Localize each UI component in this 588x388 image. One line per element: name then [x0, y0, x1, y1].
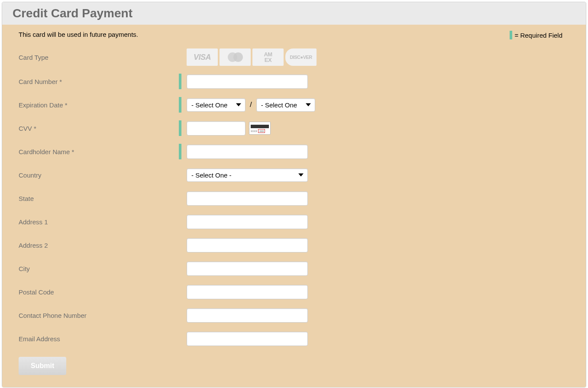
visa-icon: VISA: [187, 48, 218, 66]
label-expiration-date: Expiration Date *: [19, 101, 179, 109]
city-input[interactable]: [187, 262, 308, 276]
row-address2: Address 2: [19, 237, 575, 253]
amex-icon: AMEX: [252, 48, 284, 66]
row-expiration-date: Expiration Date * - Select One / - Selec…: [19, 97, 575, 113]
label-email: Email Address: [19, 335, 179, 343]
cardholder-name-input[interactable]: [187, 145, 308, 159]
label-contact-phone: Contact Phone Number: [19, 312, 179, 319]
required-legend-text: = Required Field: [515, 32, 562, 39]
discover-icon: DISC●VER: [285, 48, 317, 66]
row-city: City: [19, 261, 575, 276]
label-address1: Address 1: [19, 218, 179, 226]
row-address1: Address 1: [19, 214, 575, 230]
required-legend: = Required Field: [510, 31, 562, 39]
contact-phone-input[interactable]: [187, 308, 308, 323]
intro-text: This card will be used in future payment…: [19, 31, 138, 38]
row-email: Email Address: [19, 331, 575, 346]
exp-year-wrap: - Select One: [256, 98, 315, 112]
cvv-hint-icon: XXXX XXX: [249, 122, 271, 135]
form: Card Type VISA AMEX DISC●VER: [13, 48, 575, 346]
label-city: City: [19, 265, 179, 272]
top-row: This card will be used in future payment…: [13, 31, 575, 46]
label-card-type: Card Type: [19, 54, 179, 61]
mastercard-icon: [220, 48, 251, 66]
cvv-input[interactable]: [187, 121, 246, 136]
row-postal-code: Postal Code: [19, 284, 575, 300]
required-indicator-icon: [179, 97, 181, 113]
address2-input[interactable]: [187, 238, 308, 252]
required-bar-icon: [510, 31, 512, 39]
payment-panel: Credit Card Payment This card will be us…: [2, 2, 586, 388]
exp-month-wrap: - Select One: [187, 98, 246, 112]
exp-year-select[interactable]: - Select One: [256, 98, 315, 112]
panel-body: This card will be used in future payment…: [2, 25, 586, 387]
label-state: State: [19, 195, 179, 202]
required-indicator-icon: [179, 144, 181, 159]
row-cvv: CVV * XXXX XXX: [19, 120, 575, 136]
country-wrap: - Select One -: [187, 168, 308, 182]
label-address2: Address 2: [19, 242, 179, 249]
state-input[interactable]: [187, 191, 308, 206]
label-postal-code: Postal Code: [19, 288, 179, 296]
required-indicator-icon: [179, 120, 181, 136]
required-indicator-icon: [179, 74, 181, 89]
row-card-type: Card Type VISA AMEX DISC●VER: [19, 48, 575, 66]
row-country: Country - Select One -: [19, 167, 575, 183]
address1-input[interactable]: [187, 215, 308, 229]
country-select[interactable]: - Select One -: [187, 168, 308, 182]
email-input[interactable]: [187, 332, 308, 346]
card-number-input[interactable]: [187, 74, 308, 89]
row-contact-phone: Contact Phone Number: [19, 307, 575, 323]
postal-code-input[interactable]: [187, 285, 308, 299]
submit-button[interactable]: Submit: [19, 357, 66, 375]
label-cardholder-name: Cardholder Name *: [19, 148, 179, 155]
page-title: Credit Card Payment: [13, 6, 575, 20]
row-state: State: [19, 191, 575, 206]
label-card-number: Card Number *: [19, 78, 179, 85]
card-type-logos: VISA AMEX DISC●VER: [179, 48, 317, 66]
panel-header: Credit Card Payment: [2, 2, 586, 25]
label-country: Country: [19, 171, 179, 179]
card-logos-group: VISA AMEX DISC●VER: [187, 48, 317, 66]
label-cvv: CVV *: [19, 125, 179, 132]
exp-separator: /: [250, 100, 252, 109]
exp-month-select[interactable]: - Select One: [187, 98, 246, 112]
row-cardholder-name: Cardholder Name *: [19, 144, 575, 159]
row-card-number: Card Number *: [19, 74, 575, 89]
